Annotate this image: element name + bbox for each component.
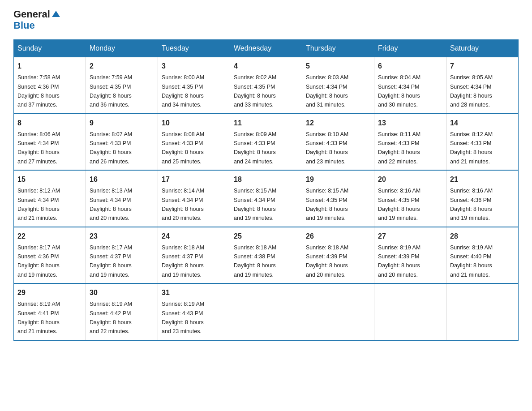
calendar-cell: 4 Sunrise: 8:02 AMSunset: 4:35 PMDayligh…	[230, 57, 302, 114]
calendar-week-row: 8 Sunrise: 8:06 AMSunset: 4:34 PMDayligh…	[14, 114, 519, 171]
calendar-cell: 2 Sunrise: 7:59 AMSunset: 4:35 PMDayligh…	[86, 57, 158, 114]
day-number: 8	[17, 118, 82, 128]
day-info: Sunrise: 8:16 AMSunset: 4:35 PMDaylight:…	[378, 188, 420, 221]
day-info: Sunrise: 8:03 AMSunset: 4:34 PMDaylight:…	[306, 74, 348, 108]
day-info: Sunrise: 8:19 AMSunset: 4:39 PMDaylight:…	[378, 244, 420, 278]
day-info: Sunrise: 8:19 AMSunset: 4:40 PMDaylight:…	[450, 244, 493, 278]
day-info: Sunrise: 8:15 AMSunset: 4:34 PMDaylight:…	[234, 188, 276, 221]
calendar-cell: 24 Sunrise: 8:18 AMSunset: 4:37 PMDaylig…	[158, 227, 230, 284]
day-info: Sunrise: 8:12 AMSunset: 4:34 PMDaylight:…	[17, 188, 60, 221]
day-info: Sunrise: 8:00 AMSunset: 4:35 PMDaylight:…	[162, 74, 204, 108]
header-saturday: Saturday	[446, 40, 519, 57]
calendar-header-row: SundayMondayTuesdayWednesdayThursdayFrid…	[14, 40, 519, 57]
day-info: Sunrise: 8:17 AMSunset: 4:36 PMDaylight:…	[17, 244, 60, 278]
day-info: Sunrise: 8:15 AMSunset: 4:35 PMDaylight:…	[306, 188, 348, 221]
calendar-cell: 13 Sunrise: 8:11 AMSunset: 4:33 PMDaylig…	[374, 114, 446, 171]
day-number: 28	[450, 231, 515, 242]
calendar-cell	[302, 283, 374, 340]
day-info: Sunrise: 8:07 AMSunset: 4:33 PMDaylight:…	[90, 131, 132, 165]
day-number: 29	[17, 287, 82, 298]
calendar-week-row: 1 Sunrise: 7:58 AMSunset: 4:36 PMDayligh…	[14, 57, 519, 114]
calendar-cell: 29 Sunrise: 8:19 AMSunset: 4:41 PMDaylig…	[14, 283, 86, 340]
logo-triangle-icon	[52, 11, 56, 17]
day-number: 5	[306, 61, 370, 72]
calendar-cell: 21 Sunrise: 8:16 AMSunset: 4:36 PMDaylig…	[446, 170, 519, 227]
day-number: 31	[162, 287, 226, 298]
header-sunday: Sunday	[14, 40, 86, 57]
day-number: 9	[90, 118, 154, 128]
day-number: 1	[17, 61, 82, 72]
day-info: Sunrise: 8:11 AMSunset: 4:33 PMDaylight:…	[378, 131, 420, 165]
day-info: Sunrise: 8:14 AMSunset: 4:34 PMDaylight:…	[162, 188, 204, 221]
day-info: Sunrise: 7:59 AMSunset: 4:35 PMDaylight:…	[90, 74, 132, 108]
calendar-cell: 15 Sunrise: 8:12 AMSunset: 4:34 PMDaylig…	[14, 170, 86, 227]
calendar-cell	[374, 283, 446, 340]
day-info: Sunrise: 8:05 AMSunset: 4:34 PMDaylight:…	[450, 74, 493, 108]
page-header: General Blue	[13, 9, 519, 31]
calendar-cell: 3 Sunrise: 8:00 AMSunset: 4:35 PMDayligh…	[158, 57, 230, 114]
calendar-cell: 26 Sunrise: 8:18 AMSunset: 4:39 PMDaylig…	[302, 227, 374, 284]
day-number: 10	[162, 118, 226, 128]
day-number: 26	[306, 231, 370, 242]
day-info: Sunrise: 7:58 AMSunset: 4:36 PMDaylight:…	[17, 74, 60, 108]
day-number: 18	[234, 174, 298, 185]
calendar-cell: 17 Sunrise: 8:14 AMSunset: 4:34 PMDaylig…	[158, 170, 230, 227]
calendar-cell: 19 Sunrise: 8:15 AMSunset: 4:35 PMDaylig…	[302, 170, 374, 227]
calendar-cell: 10 Sunrise: 8:08 AMSunset: 4:33 PMDaylig…	[158, 114, 230, 171]
day-number: 6	[378, 61, 442, 72]
calendar-table: SundayMondayTuesdayWednesdayThursdayFrid…	[13, 39, 519, 341]
calendar-cell: 16 Sunrise: 8:13 AMSunset: 4:34 PMDaylig…	[86, 170, 158, 227]
day-number: 24	[162, 231, 226, 242]
day-number: 21	[450, 174, 515, 185]
calendar-cell: 30 Sunrise: 8:19 AMSunset: 4:42 PMDaylig…	[86, 283, 158, 340]
logo-triangle-icon2	[56, 11, 60, 17]
calendar-cell: 5 Sunrise: 8:03 AMSunset: 4:34 PMDayligh…	[302, 57, 374, 114]
day-number: 19	[306, 174, 370, 185]
day-info: Sunrise: 8:19 AMSunset: 4:42 PMDaylight:…	[90, 301, 132, 334]
day-number: 16	[90, 174, 154, 185]
header-friday: Friday	[374, 40, 446, 57]
calendar-cell: 20 Sunrise: 8:16 AMSunset: 4:35 PMDaylig…	[374, 170, 446, 227]
day-number: 3	[162, 61, 226, 72]
day-info: Sunrise: 8:18 AMSunset: 4:38 PMDaylight:…	[234, 244, 276, 278]
calendar-week-row: 22 Sunrise: 8:17 AMSunset: 4:36 PMDaylig…	[14, 227, 519, 284]
calendar-cell: 31 Sunrise: 8:19 AMSunset: 4:43 PMDaylig…	[158, 283, 230, 340]
day-info: Sunrise: 8:10 AMSunset: 4:33 PMDaylight:…	[306, 131, 348, 165]
day-info: Sunrise: 8:19 AMSunset: 4:43 PMDaylight:…	[162, 301, 204, 334]
header-tuesday: Tuesday	[158, 40, 230, 57]
day-number: 30	[90, 287, 154, 298]
day-number: 15	[17, 174, 82, 185]
day-number: 27	[378, 231, 442, 242]
day-info: Sunrise: 8:09 AMSunset: 4:33 PMDaylight:…	[234, 131, 276, 165]
day-number: 7	[450, 61, 515, 72]
calendar-cell: 9 Sunrise: 8:07 AMSunset: 4:33 PMDayligh…	[86, 114, 158, 171]
day-info: Sunrise: 8:18 AMSunset: 4:37 PMDaylight:…	[162, 244, 204, 278]
calendar-cell: 28 Sunrise: 8:19 AMSunset: 4:40 PMDaylig…	[446, 227, 519, 284]
calendar-cell: 25 Sunrise: 8:18 AMSunset: 4:38 PMDaylig…	[230, 227, 302, 284]
day-number: 14	[450, 118, 515, 128]
day-number: 23	[90, 231, 154, 242]
day-info: Sunrise: 8:06 AMSunset: 4:34 PMDaylight:…	[17, 131, 60, 165]
day-number: 17	[162, 174, 226, 185]
day-info: Sunrise: 8:02 AMSunset: 4:35 PMDaylight:…	[234, 74, 276, 108]
day-info: Sunrise: 8:16 AMSunset: 4:36 PMDaylight:…	[450, 188, 493, 221]
logo-text-general: General	[13, 9, 50, 20]
day-info: Sunrise: 8:19 AMSunset: 4:41 PMDaylight:…	[17, 301, 60, 334]
day-number: 4	[234, 61, 298, 72]
calendar-cell: 18 Sunrise: 8:15 AMSunset: 4:34 PMDaylig…	[230, 170, 302, 227]
day-info: Sunrise: 8:18 AMSunset: 4:39 PMDaylight:…	[306, 244, 348, 278]
calendar-cell: 7 Sunrise: 8:05 AMSunset: 4:34 PMDayligh…	[446, 57, 519, 114]
day-number: 13	[378, 118, 442, 128]
calendar-cell: 6 Sunrise: 8:04 AMSunset: 4:34 PMDayligh…	[374, 57, 446, 114]
day-number: 12	[306, 118, 370, 128]
calendar-cell: 14 Sunrise: 8:12 AMSunset: 4:33 PMDaylig…	[446, 114, 519, 171]
calendar-cell	[446, 283, 519, 340]
day-info: Sunrise: 8:04 AMSunset: 4:34 PMDaylight:…	[378, 74, 420, 108]
day-number: 20	[378, 174, 442, 185]
calendar-cell: 27 Sunrise: 8:19 AMSunset: 4:39 PMDaylig…	[374, 227, 446, 284]
calendar-cell: 22 Sunrise: 8:17 AMSunset: 4:36 PMDaylig…	[14, 227, 86, 284]
day-number: 11	[234, 118, 298, 128]
logo-text-blue: Blue	[13, 20, 35, 31]
calendar-cell: 23 Sunrise: 8:17 AMSunset: 4:37 PMDaylig…	[86, 227, 158, 284]
day-info: Sunrise: 8:13 AMSunset: 4:34 PMDaylight:…	[90, 188, 132, 221]
